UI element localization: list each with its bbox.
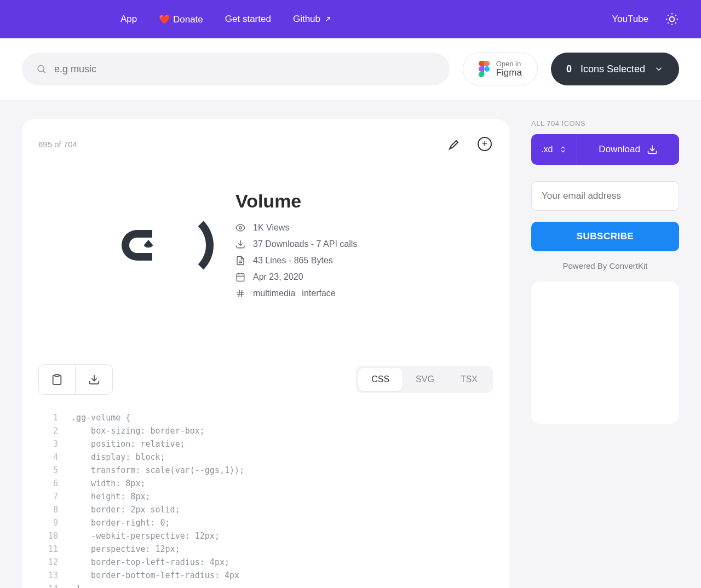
tab-css[interactable]: CSS	[358, 368, 403, 391]
volume-icon	[122, 230, 152, 261]
tag-interface[interactable]: interface	[302, 289, 335, 298]
plus-circle-icon: +	[478, 137, 492, 151]
icons-selected-dropdown[interactable]: 0 Icons Selected	[551, 53, 679, 85]
copy-code-button[interactable]	[38, 364, 76, 395]
svg-line-8	[675, 15, 676, 16]
download-all-button[interactable]: Download	[577, 134, 679, 165]
color-picker-button[interactable]	[445, 136, 461, 152]
subscribe-button[interactable]: SUBSCRIBE	[531, 222, 679, 251]
file-stats-text: 43 Lines - 865 Bytes	[253, 256, 333, 266]
toolbar: Open in Figma 0 Icons Selected	[0, 38, 701, 100]
views-text: 1K Views	[253, 223, 289, 233]
download-code-button[interactable]	[76, 364, 113, 395]
nav-donate[interactable]: ❤️ Donate	[159, 14, 203, 25]
eyedropper-icon	[446, 137, 459, 151]
format-select[interactable]: .xd	[531, 134, 577, 165]
download-icon	[88, 373, 100, 385]
email-input[interactable]	[531, 181, 679, 211]
svg-line-10	[43, 71, 45, 73]
svg-point-9	[38, 66, 44, 72]
top-nav: App ❤️ Donate Get started Github YouTube	[0, 0, 701, 38]
ad-placeholder	[531, 281, 679, 424]
date-text: Apr 23, 2020	[253, 272, 303, 282]
tab-tsx[interactable]: TSX	[447, 368, 491, 391]
chevron-updown-icon	[559, 146, 567, 153]
svg-line-22	[242, 290, 243, 297]
tag-multimedia[interactable]: multimedia	[253, 289, 295, 298]
icon-detail-card: 695 of 704 + Volume 1K View	[22, 119, 509, 588]
svg-line-4	[675, 22, 676, 24]
format-tabs: CSS SVG TSX	[356, 366, 493, 393]
svg-point-0	[670, 17, 675, 22]
powered-by-text: Powered By ConvertKit	[531, 261, 679, 270]
calendar-icon	[235, 272, 245, 282]
download-icon	[235, 239, 245, 249]
eye-icon	[235, 223, 245, 233]
clipboard-icon	[51, 373, 63, 385]
all-icons-label: ALL 704 ICONS	[531, 119, 679, 128]
nav-youtube[interactable]: YouTube	[612, 14, 648, 25]
svg-rect-23	[55, 374, 59, 377]
nav-get-started[interactable]: Get started	[225, 14, 271, 25]
code-block[interactable]: 1.gg-volume { 2 box-sizing: border-box; …	[38, 411, 493, 588]
search-field[interactable]	[22, 53, 450, 85]
hash-icon	[235, 289, 245, 298]
svg-rect-15	[237, 274, 244, 281]
add-to-collection-button[interactable]: +	[476, 136, 493, 152]
sidebar: ALL 704 ICONS .xd Download SUBSCRIBE Pow…	[531, 119, 679, 424]
search-icon	[36, 64, 47, 74]
download-icon	[647, 144, 658, 155]
nav-app[interactable]: App	[120, 14, 137, 25]
file-icon	[235, 256, 245, 266]
open-in-figma-button[interactable]: Open in Figma	[463, 53, 538, 85]
search-input[interactable]	[54, 64, 435, 75]
chevron-down-icon	[654, 64, 664, 74]
icon-title: Volume	[235, 191, 487, 212]
figma-icon	[479, 61, 490, 77]
svg-point-11	[239, 227, 242, 229]
external-link-icon	[324, 15, 332, 24]
downloads-text: 37 Downloads - 7 API calls	[253, 239, 357, 249]
svg-line-3	[668, 15, 669, 16]
theme-toggle-icon[interactable]	[665, 12, 679, 26]
svg-line-21	[239, 290, 240, 297]
tab-svg[interactable]: SVG	[403, 368, 447, 391]
svg-line-7	[668, 22, 669, 24]
icon-preview	[55, 174, 219, 316]
icon-position: 695 of 704	[38, 140, 77, 149]
nav-github[interactable]: Github	[293, 14, 332, 25]
